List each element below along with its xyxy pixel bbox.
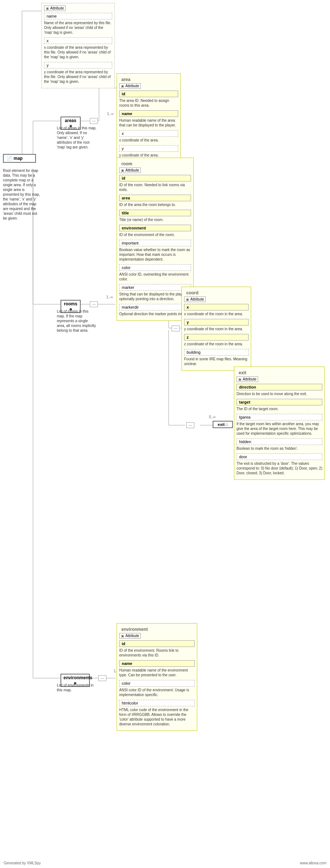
exit-attr-hidden-desc: Boolean to mark the room as 'hidden'. <box>236 446 322 452</box>
area-multiplicity: 1..∞ <box>107 112 114 116</box>
exit-attr-door-desc: The exit is obstructed by a 'door'. The … <box>236 461 322 477</box>
exit-attr-target: target <box>236 399 322 405</box>
areas-label: areas <box>65 118 76 123</box>
map-attr-y-row: y y coordinate of the area represented b… <box>44 61 112 85</box>
environment-attr-id: id <box>119 640 195 647</box>
coord-attr-y-row: y y coordinate of the room in the area. <box>184 318 249 332</box>
room-multiplicity: 1..∞ <box>106 295 113 299</box>
environments-connector-sym: ···· <box>98 675 106 681</box>
area-attr-id: id <box>119 91 178 97</box>
footer-right: www.altova.com <box>300 861 326 865</box>
rooms-connector-sym: ···· <box>90 301 98 307</box>
area-section-title: area <box>119 76 178 83</box>
room-attr-important-desc: Boolean value whether to mark the room a… <box>119 247 191 263</box>
exit-attr-direction-desc: Direction to be used to move along the e… <box>236 391 322 397</box>
exit-attr-direction-row: direction Direction to be used to move a… <box>236 383 322 397</box>
area-attr-x: x <box>119 130 178 137</box>
room-attr-marker: marker <box>119 284 191 291</box>
coord-attr-z: z <box>184 334 249 341</box>
map-desc: Root element for map data. This may be a… <box>3 168 41 222</box>
area-attr-id-row: id The area ID. Needed to assign rooms t… <box>119 90 178 109</box>
attr-header-room: ▣ Attribute <box>119 168 141 173</box>
coord-attr-y-desc: y coordinate of the room in the area. <box>184 326 249 332</box>
map-attr-x: x <box>44 37 112 44</box>
room-attr-color-row: color ANSI color ID, overwriting the env… <box>119 264 191 283</box>
room-attr-markerdir-desc: Optional direction the marker points int… <box>119 311 191 317</box>
exit-multiplicity: 0..∞ <box>209 415 216 419</box>
room-attr-title-desc: Title (or name) of the room. <box>119 217 191 223</box>
areas-connector-sym: ···· <box>90 118 98 124</box>
environment-attr-color-desc: ANSI color ID of the environment. Usage … <box>119 687 195 698</box>
room-attr-area-row: area ID of the area the room belongs to. <box>119 194 191 208</box>
rooms-desc: List of rooms in this map. If the map re… <box>57 309 97 334</box>
room-attr-markerdir: markerdir <box>119 304 191 310</box>
environment-attr-id-row: id ID of the environment. Rooms link to … <box>119 640 195 659</box>
footer-left: Generated by XMLSpy <box>4 861 41 865</box>
environment-attr-name-desc: Human readable name of the environment t… <box>119 667 195 678</box>
map-attr-x-desc: x coordinate of the area represented by … <box>44 45 112 60</box>
exit-attr-hidden-row: hidden Boolean to mark the room as 'hidd… <box>236 438 322 452</box>
environment-section-panel: environment ▣ Attribute id ID of the env… <box>117 623 197 731</box>
exit-attr-tgarea-desc: If the target room lies within another a… <box>236 421 322 437</box>
environment-attr-htmlcolor-row: htmlcolor HTML color code of the environ… <box>119 699 195 728</box>
room-attr-color: color <box>119 264 191 271</box>
coord-attr-building-desc: Found in some IRE map files. Meaning unc… <box>184 356 249 367</box>
environment-attr-color-row: color ANSI color ID of the environment. … <box>119 679 195 698</box>
room-attr-important-row: important Boolean value whether to mark … <box>119 239 191 263</box>
exit-connector-sym: ···· <box>186 422 194 428</box>
environment-attr-htmlcolor-desc: HTML color code of the environment in th… <box>119 707 195 728</box>
attr-header-exit: ▣ Attribute <box>236 376 258 382</box>
area-attr-name: name <box>119 110 178 117</box>
room-attr-important: important <box>119 240 191 246</box>
map-attr-name-row: name Name of the area represented by thi… <box>44 12 112 36</box>
area-attr-name-row: name Human readable name of the area tha… <box>119 110 178 129</box>
coord-attr-building: building <box>184 349 249 356</box>
exit-attr-direction: direction <box>236 384 322 390</box>
map-icon: 📄 <box>7 156 12 161</box>
footer: Generated by XMLSpy www.altova.com <box>0 861 330 865</box>
exit-attr-target-row: target The ID of the target room. <box>236 398 322 412</box>
environment-attr-color: color <box>119 680 195 687</box>
attr-header-area: ▣ Attribute <box>119 83 141 89</box>
room-attr-area: area <box>119 195 191 201</box>
coord-connector-sym: ···· <box>172 326 180 331</box>
map-attribute-panel: ▣ Attribute name Name of the area repres… <box>41 3 115 88</box>
room-attr-id-desc: ID of the room. Needed to link rooms via… <box>119 182 191 193</box>
room-attr-title: title <box>119 210 191 216</box>
exit-attr-target-desc: The ID of the target room. <box>236 406 322 412</box>
map-attr-x-row: x x coordinate of the area represented b… <box>44 37 112 60</box>
environment-attr-name-row: name Human readable name of the environm… <box>119 659 195 678</box>
attr-icon: ▣ <box>46 7 49 10</box>
attr-header-coord: ▣ Attribute <box>184 297 206 302</box>
attr-header-environment: ▣ Attribute <box>119 633 141 639</box>
exit-attr-tgarea: tgarea <box>236 414 322 420</box>
room-attr-area-desc: ID of the area the room belongs to. <box>119 202 191 208</box>
coord-attr-x-desc: x coordinate of the room in the area. <box>184 311 249 317</box>
room-attr-id: id <box>119 175 191 181</box>
map-attr-y: y <box>44 62 112 69</box>
environment-section-title: environment <box>119 626 195 633</box>
room-attr-marker-row: marker String that can be displayed to t… <box>119 283 191 302</box>
areas-desc: List of areas in this map. Only allowed.… <box>57 125 97 151</box>
room-attr-markerdir-row: markerdir Optional direction the marker … <box>119 303 191 317</box>
map-label: map <box>14 156 23 161</box>
area-attr-name-desc: Human readable name of the area that can… <box>119 118 178 129</box>
environment-attr-htmlcolor: htmlcolor <box>119 700 195 706</box>
coord-attr-y: y <box>184 319 249 326</box>
exit-attr-door: door <box>236 453 322 460</box>
room-attr-id-row: id ID of the room. Needed to link rooms … <box>119 174 191 193</box>
map-node: 📄 map <box>3 154 36 163</box>
exit-attr-hidden: hidden <box>236 438 322 445</box>
room-attr-env-desc: ID of the environment of the room. <box>119 232 191 238</box>
coord-attr-z-row: z z coordinate of the room in the area. <box>184 333 249 347</box>
area-section-panel: area ▣ Attribute id The area ID. Needed … <box>117 73 181 162</box>
area-attr-y: y <box>119 145 178 152</box>
room-attr-marker-desc: String that can be displayed to the play… <box>119 291 191 302</box>
rooms-label: rooms <box>64 301 77 306</box>
exit-section-panel: exit ▣ Attribute direction Direction to … <box>234 367 325 480</box>
map-attr-y-desc: y coordinate of the area represented by … <box>44 69 112 85</box>
coord-section-panel: coord ▣ Attribute x x coordinate of the … <box>182 287 251 371</box>
room-section-title: room <box>119 160 191 168</box>
exit-section-title: exit <box>236 369 322 376</box>
map-attr-name-desc: Name of the area represented by this fil… <box>44 20 112 36</box>
